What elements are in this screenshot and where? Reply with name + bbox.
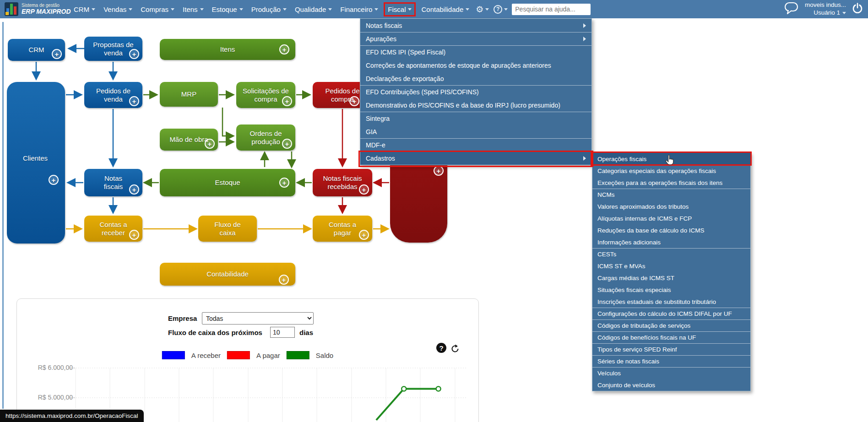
flow-box-itens[interactable]: Itens + [160,39,295,60]
menu-fiscal-highlighted[interactable]: Fiscal [384,2,416,16]
chat-bubble-icon[interactable] [784,1,799,17]
plus-icon[interactable]: + [129,96,139,106]
menu-estoque[interactable]: Estoque [212,5,243,13]
submenu-item-cests[interactable]: CESTs [592,248,750,260]
chevron-down-icon [504,8,508,11]
plus-icon[interactable]: + [279,178,289,188]
status-url-tooltip: https://sistema.maxiprod.com.br/Operacao… [0,410,144,422]
chevron-down-icon [328,8,332,11]
plus-icon[interactable]: + [129,184,139,195]
submenu-item-cargas-medias[interactable]: Cargas médias de ICMS ST [592,272,750,284]
flow-box-mao-de-obra[interactable]: Mão de obra + [160,129,218,151]
plus-icon[interactable]: + [282,96,292,106]
chevron-down-icon [171,8,174,11]
submenu-item-valores-aproximados[interactable]: Valores aproximados dos tributos [592,200,750,212]
submenu-item-inscricoes-estaduais[interactable]: Inscrições estaduais de substituto tribu… [592,296,750,308]
plus-icon[interactable]: + [49,175,59,185]
menu-item-apuracoes[interactable]: Apurações [360,32,591,45]
plus-icon[interactable]: + [349,96,359,106]
submenu-item-tipos-servico-sped-reinf[interactable]: Tipos de serviço SPED Reinf [592,343,750,355]
menu-producao[interactable]: Produção [251,5,287,13]
chevron-down-icon [283,8,287,11]
cashflow-panel: Empresa Todas Fluxo de caixa dos próximo… [16,298,479,422]
plus-icon[interactable]: + [434,166,444,176]
submenu-item-situacoes-fiscais[interactable]: Situações fiscais especiais [592,284,750,296]
submenu-item-codigos-beneficios[interactable]: Códigos de benefícios fiscais na UF [592,331,750,343]
flow-box-fluxo-caixa[interactable]: Fluxo de caixa [198,216,257,242]
submenu-item-icms-st-mvas[interactable]: ICMS ST e MVAs [592,260,750,272]
submenu-item-conjunto-veiculos[interactable]: Conjunto de veículos [592,379,750,391]
menu-crm[interactable]: CRM [74,5,95,13]
gear-icon[interactable]: ⚙ [476,5,483,14]
plus-icon[interactable]: + [129,49,139,59]
chevron-down-icon [408,8,412,11]
menu-item-sintegra[interactable]: Sintegra [360,112,591,125]
fiscal-dropdown-menu: Notas fiscais Apurações EFD ICMS IPI (Sp… [360,18,592,165]
plus-icon[interactable]: + [279,44,289,54]
menu-item-cadastros[interactable]: Cadastros [360,151,591,165]
submenu-item-informacoes-adicionais[interactable]: Informações adicionais [592,236,750,248]
flow-box-notas-fiscais[interactable]: Notas fiscais + [84,169,142,196]
menu-item-demonstrativo-pis-cofins[interactable]: Demonstrativo do PIS/COFINS e da base do… [360,98,591,112]
chevron-down-icon [129,8,132,11]
settings-menu[interactable]: ⚙ [476,5,489,14]
flow-box-estoque[interactable]: Estoque + [160,169,295,196]
plus-icon[interactable]: + [359,184,369,195]
plus-icon[interactable]: + [205,139,215,149]
plus-icon[interactable]: + [279,275,289,285]
submenu-item-aliquotas-internas[interactable]: Alíquotas internas de ICMS e FCP [592,212,750,224]
menu-itens[interactable]: Itens [183,5,204,13]
flow-box-propostas-venda[interactable]: Propostas de venda + [84,37,142,61]
submenu-item-veiculos[interactable]: Veículos [592,367,750,379]
submenu-item-ncms[interactable]: NCMs [592,189,750,200]
chevron-down-icon [374,8,378,11]
flow-box-notas-fiscais-recebidas[interactable]: Notas fiscais recebidas + [313,169,372,196]
help-menu[interactable]: ? [494,5,508,14]
submenu-item-config-icms-difal[interactable]: Configurações do cálculo do ICMS DIFAL p… [592,308,750,319]
menu-item-efd-contribuicoes[interactable]: EFD Contribuições (Sped PIS/COFINS) [360,85,591,98]
submenu-item-codigos-tributacao[interactable]: Códigos de tributação de serviços [592,319,750,331]
menu-item-notas-fiscais[interactable]: Notas fiscais [360,19,591,32]
flow-box-ordens-producao[interactable]: Ordens de produção + [236,124,295,151]
plus-icon[interactable]: + [359,230,369,240]
flow-box-mrp[interactable]: MRP [160,82,218,107]
menu-financeiro[interactable]: Financeiro [340,5,378,13]
flow-box-solicitacoes-compra[interactable]: Solicitações de compra + [236,82,295,108]
chevron-down-icon [239,8,243,11]
chevron-down-icon [842,12,846,14]
submenu-item-series-notas-fiscais[interactable]: Séries de notas fiscais [592,355,750,367]
power-icon[interactable] [852,2,863,16]
cashflow-chart-plot [17,299,478,422]
flow-box-crm[interactable]: CRM + [8,39,65,61]
cadastros-submenu: Operações fiscais Categorias especiais d… [592,152,751,391]
plus-icon[interactable]: + [129,230,139,240]
flow-box-clientes[interactable]: Clientes + [7,82,65,243]
plus-icon[interactable]: + [282,139,292,149]
menu-item-correcoes-apontamentos[interactable]: Correções de apontamentos de estoque de … [360,59,591,72]
submenu-arrow-icon [583,23,586,28]
menu-contabilidade[interactable]: Contabilidade [421,5,469,13]
help-icon[interactable]: ? [494,5,502,14]
menu-item-gia[interactable]: GIA [360,125,591,138]
app-logo[interactable]: Sistema de gestão ERP MAXIPROD [0,2,70,16]
user-menu[interactable]: Usuário 1 [805,9,846,17]
help-search-input[interactable] [512,4,591,15]
menu-item-mdf-e[interactable]: MDF-e [360,138,591,151]
menu-vendas[interactable]: Vendas [103,5,132,13]
flow-box-contas-receber[interactable]: Contas a receber + [84,216,142,242]
plus-icon[interactable]: + [52,49,62,59]
menu-qualidade[interactable]: Qualidade [295,5,332,13]
submenu-item-reducoes-base-calculo[interactable]: Reduções da base de cálculo do ICMS [592,224,750,236]
menu-item-efd-icms-ipi[interactable]: EFD ICMS IPI (Sped Fiscal) [360,45,591,59]
menu-compras[interactable]: Compras [141,5,174,13]
flow-box-contas-pagar[interactable]: Contas a pagar + [313,216,372,242]
mouse-cursor-hand-icon [665,155,675,168]
flow-box-contabilidade[interactable]: Contabilidade + [160,263,295,286]
menu-item-declaracoes-exportacao[interactable]: Declarações de exportação [360,72,591,85]
chevron-down-icon [200,8,204,11]
top-navigation-bar: Sistema de gestão ERP MAXIPROD CRM Venda… [0,0,868,18]
submenu-item-excecoes-operacoes[interactable]: Exceções para as operações fiscais dos i… [592,177,750,189]
logo-name: ERP MAXIPROD [22,8,71,15]
chevron-down-icon [466,8,469,11]
flow-box-pedidos-venda[interactable]: Pedidos de venda + [84,82,142,108]
